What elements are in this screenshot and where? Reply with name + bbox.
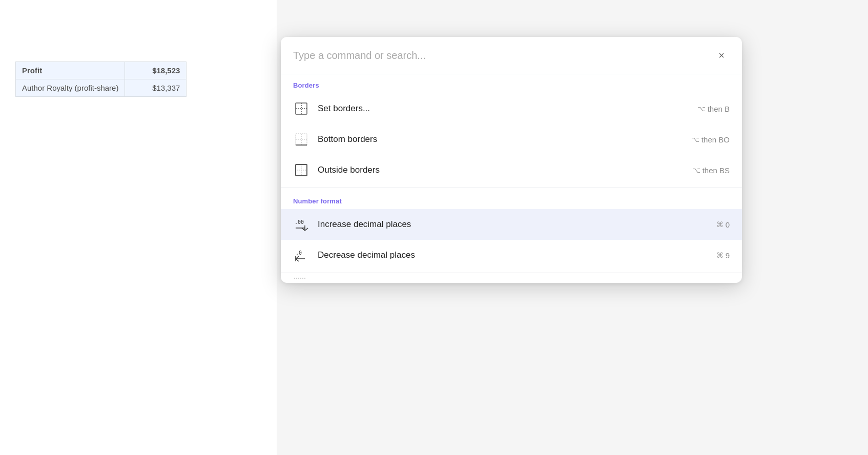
bottom-borders-shortcut: ⌥ then BO [691,135,730,144]
increase-decimal-item[interactable]: .00 Increase decimal places ⌘ 0 [281,209,742,240]
number-format-section-label: Number format [281,190,742,209]
decrease-decimal-shortcut: ⌘ 9 [716,251,730,260]
increase-decimal-label: Increase decimal places [318,219,708,230]
close-button[interactable]: × [713,47,730,64]
decrease-decimal-label: Decrease decimal places [318,250,708,260]
more-items-icon [293,274,306,282]
set-borders-item[interactable]: Set borders... ⌥ then B [281,93,742,124]
decrease-decimal-shortcut-text: 9 [726,251,730,260]
decrease-decimal-item[interactable]: .0 Decrease decimal places ⌘ 9 [281,240,742,271]
bottom-borders-shortcut-text: then BO [701,135,730,144]
increase-decimal-icon: .00 [293,216,309,233]
increase-decimal-shortcut-symbol: ⌘ [716,220,724,229]
bottom-borders-label: Bottom borders [318,134,683,144]
svg-rect-0 [296,103,307,114]
bottom-borders-item[interactable]: Bottom borders ⌥ then BO [281,124,742,155]
outside-borders-label: Outside borders [318,165,684,175]
outside-borders-item[interactable]: Outside borders ⌥ then BS [281,155,742,185]
outside-borders-icon [293,162,309,178]
increase-decimal-shortcut-text: 0 [726,220,730,229]
bottom-borders-icon [293,131,309,148]
set-borders-icon [293,100,309,117]
decrease-decimal-shortcut-symbol: ⌘ [716,251,724,259]
borders-section: Borders Set borders... ⌥ then B [281,74,742,185]
decrease-decimal-icon: .0 [293,247,309,263]
svg-line-14 [305,228,308,231]
command-palette: × Borders Set borders... ⌥ then B [281,37,742,283]
svg-rect-3 [296,134,307,145]
set-borders-shortcut: ⌥ then B [697,105,730,113]
outside-borders-shortcut-text: then BS [702,166,730,175]
svg-text:.0: .0 [296,250,302,256]
bottom-borders-shortcut-symbol: ⌥ [691,135,699,143]
set-borders-shortcut-text: then B [708,105,730,113]
outside-borders-shortcut-symbol: ⌥ [692,166,700,174]
outside-borders-shortcut: ⌥ then BS [692,166,730,175]
search-input[interactable] [293,50,707,61]
set-borders-shortcut-symbol: ⌥ [697,105,706,113]
svg-text:.00: .00 [295,219,304,225]
number-format-section: Number format .00 Increase decimal place… [281,190,742,283]
search-header: × [281,37,742,74]
set-borders-label: Set borders... [318,104,689,114]
section-divider [281,188,742,188]
increase-decimal-shortcut: ⌘ 0 [716,220,730,229]
borders-section-label: Borders [281,74,742,93]
